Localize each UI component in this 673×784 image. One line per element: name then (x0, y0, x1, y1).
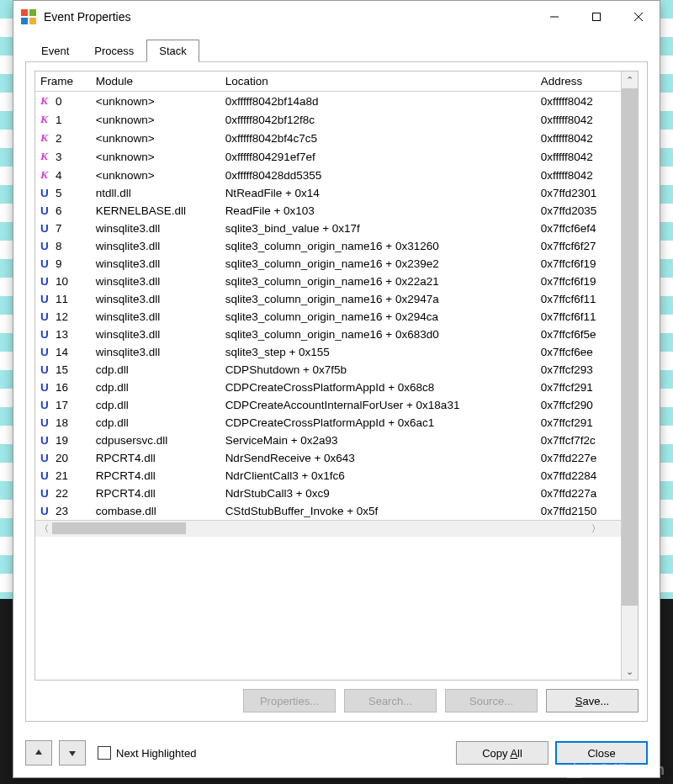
frame-number: 12 (56, 310, 68, 323)
frame-cell: U16 (35, 379, 91, 396)
svg-rect-0 (21, 9, 28, 16)
location-cell: sqlite3_bind_value + 0x17f (220, 220, 536, 237)
next-highlighted-checkbox-wrap[interactable]: Next Highlighted (98, 746, 196, 760)
module-cell: combase.dll (91, 502, 220, 520)
table-row[interactable]: U19cdpusersvc.dllServiceMain + 0x2a930x7… (35, 432, 621, 449)
table-row[interactable]: U12winsqlite3.dllsqlite3_column_origin_n… (35, 308, 621, 326)
table-row[interactable]: U9winsqlite3.dllsqlite3_column_origin_na… (35, 255, 621, 273)
scroll-right-icon[interactable]: 〉 (587, 521, 604, 537)
table-row[interactable]: U11winsqlite3.dllsqlite3_column_origin_n… (35, 290, 621, 308)
frame-number: 22 (56, 487, 68, 500)
titlebar[interactable]: Event Properties (13, 1, 660, 33)
user-icon: U (40, 293, 52, 305)
frame-number: 11 (56, 293, 68, 305)
frame-number: 15 (56, 363, 68, 376)
frame-number: 17 (56, 399, 68, 411)
col-frame[interactable]: Frame (35, 72, 91, 92)
source-button[interactable]: Source... (445, 689, 538, 712)
table-row[interactable]: U8winsqlite3.dllsqlite3_column_origin_na… (35, 237, 621, 255)
horizontal-scrollbar[interactable]: 〈 〉 (35, 520, 621, 537)
frame-cell: U10 (35, 273, 91, 290)
frame-number: 6 (56, 204, 62, 217)
table-row[interactable]: U6KERNELBASE.dllReadFile + 0x1030x7ffd20… (35, 202, 621, 220)
table-row[interactable]: U5ntdll.dllNtReadFile + 0x140x7ffd2301 (35, 184, 621, 202)
module-cell: <unknown> (91, 110, 220, 129)
svg-rect-3 (29, 18, 36, 24)
frame-cell: U7 (35, 220, 91, 237)
frame-cell: U13 (35, 326, 91, 343)
table-row[interactable]: K3<unknown>0xfffff804291ef7ef0xfffff8042 (35, 147, 621, 166)
svg-rect-1 (29, 9, 36, 16)
table-row[interactable]: U20RPCRT4.dllNdrSendReceive + 0x6430x7ff… (35, 449, 621, 467)
vertical-scrollbar[interactable]: ⌃ ⌄ (621, 72, 638, 680)
location-cell: sqlite3_column_origin_name16 + 0x294ca (220, 308, 536, 326)
content-area: Event Process Stack Frame Module Locatio… (13, 33, 660, 732)
table-row[interactable]: U23combase.dllCStdStubBuffer_Invoke + 0x… (35, 502, 621, 520)
frame-cell: K1 (35, 110, 91, 129)
maximize-button[interactable] (575, 3, 617, 31)
vscroll-thumb[interactable] (622, 88, 638, 606)
table-row[interactable]: U14winsqlite3.dllsqlite3_step + 0x1550x7… (35, 343, 621, 361)
address-cell: 0x7ffd2150 (536, 502, 621, 520)
table-row[interactable]: U15cdp.dllCDPShutdown + 0x7f5b0x7ffcf293 (35, 361, 621, 379)
col-module[interactable]: Module (91, 72, 220, 92)
hscroll-thumb[interactable] (52, 522, 186, 534)
module-cell: winsqlite3.dll (91, 290, 220, 308)
module-cell: winsqlite3.dll (91, 273, 220, 290)
stack-table: Frame Module Location Address K0<unknown… (35, 72, 621, 520)
frame-cell: U23 (35, 502, 91, 520)
table-row[interactable]: U7winsqlite3.dllsqlite3_bind_value + 0x1… (35, 220, 621, 237)
copy-all-button[interactable]: Copy All (456, 741, 548, 765)
scroll-left-icon[interactable]: 〈 (35, 521, 52, 537)
location-cell: sqlite3_step + 0x155 (220, 343, 536, 361)
address-cell: 0x7ffcf6f19 (536, 255, 621, 273)
module-cell: cdp.dll (91, 361, 220, 379)
location-cell: ServiceMain + 0x2a93 (220, 432, 536, 449)
frame-cell: U18 (35, 414, 91, 432)
user-icon: U (40, 363, 52, 376)
col-address[interactable]: Address (536, 72, 621, 92)
address-cell: 0x7ffcf6f19 (536, 273, 621, 290)
table-row[interactable]: U16cdp.dllCDPCreateCrossPlatformAppId + … (35, 379, 621, 396)
stack-table-scroll[interactable]: Frame Module Location Address K0<unknown… (35, 72, 621, 680)
table-row[interactable]: K4<unknown>0xfffff80428dd53550xfffff8042 (35, 166, 621, 184)
location-cell: sqlite3_column_origin_name16 + 0x2947a (220, 290, 536, 308)
table-row[interactable]: U22RPCRT4.dllNdrStubCall3 + 0xc90x7ffd22… (35, 485, 621, 502)
frame-number: 23 (56, 505, 68, 517)
search-button[interactable]: Search... (344, 689, 437, 712)
next-highlighted-checkbox[interactable] (98, 746, 111, 760)
tab-event[interactable]: Event (29, 40, 82, 62)
tab-stack[interactable]: Stack (146, 40, 199, 62)
table-row[interactable]: U18cdp.dllCDPCreateCrossPlatformAppId + … (35, 414, 621, 432)
next-event-button[interactable] (59, 740, 86, 765)
frame-cell: K2 (35, 129, 91, 147)
frame-number: 9 (56, 257, 62, 270)
properties-button[interactable]: Properties... (243, 689, 336, 712)
table-row[interactable]: U13winsqlite3.dllsqlite3_column_origin_n… (35, 326, 621, 343)
save-button[interactable]: Save... (546, 689, 639, 712)
module-cell: <unknown> (91, 129, 220, 147)
window-controls (533, 3, 660, 31)
module-cell: RPCRT4.dll (91, 485, 220, 502)
table-row[interactable]: K2<unknown>0xfffff8042bf4c7c50xfffff8042 (35, 129, 621, 147)
minimize-button[interactable] (533, 3, 575, 31)
table-row[interactable]: U21RPCRT4.dllNdrClientCall3 + 0x1fc60x7f… (35, 467, 621, 485)
scroll-down-icon[interactable]: ⌄ (622, 663, 638, 680)
module-cell: winsqlite3.dll (91, 308, 220, 326)
table-row[interactable]: U17cdp.dllCDPCreateAccountInternalForUse… (35, 396, 621, 414)
col-location[interactable]: Location (220, 72, 536, 92)
prev-event-button[interactable] (25, 740, 52, 765)
close-window-button[interactable] (617, 3, 660, 31)
tab-process[interactable]: Process (82, 40, 146, 62)
location-cell: sqlite3_column_origin_name16 + 0x239e2 (220, 255, 536, 273)
table-row[interactable]: K0<unknown>0xfffff8042bf14a8d0xfffff8042 (35, 92, 621, 111)
address-cell: 0xfffff8042 (536, 147, 621, 166)
address-cell: 0x7ffd227a (536, 485, 621, 502)
address-cell: 0xfffff8042 (536, 129, 621, 147)
module-cell: <unknown> (91, 92, 220, 111)
frame-number: 5 (56, 187, 62, 199)
table-row[interactable]: U10winsqlite3.dllsqlite3_column_origin_n… (35, 273, 621, 290)
scroll-up-icon[interactable]: ⌃ (622, 72, 638, 88)
location-cell: NdrStubCall3 + 0xc9 (220, 485, 536, 502)
table-row[interactable]: K1<unknown>0xfffff8042bf12f8c0xfffff8042 (35, 110, 621, 129)
